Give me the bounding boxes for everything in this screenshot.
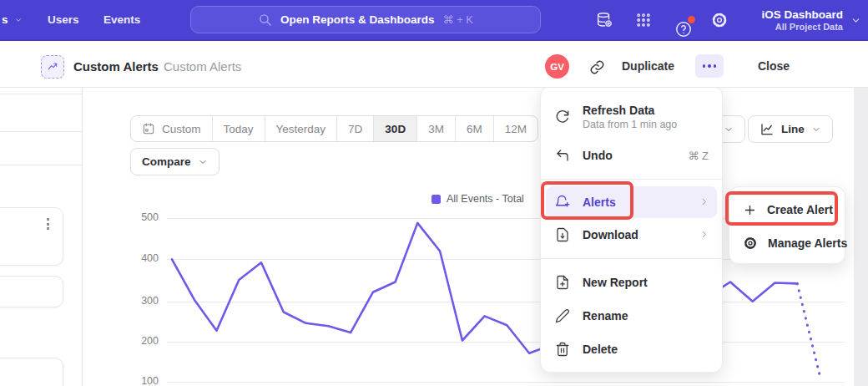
search-icon bbox=[258, 13, 272, 27]
chevron-right-icon bbox=[699, 196, 709, 209]
data-management-icon[interactable] bbox=[593, 9, 614, 30]
card-kebab-menu-icon[interactable] bbox=[47, 218, 49, 230]
more-options-button[interactable] bbox=[695, 54, 724, 78]
range-3m[interactable]: 3M bbox=[416, 116, 455, 141]
new-report-icon bbox=[554, 274, 571, 291]
gridline-300 bbox=[167, 302, 845, 302]
apps-grid-icon[interactable] bbox=[633, 9, 654, 30]
submenu-item-manage-alerts[interactable]: Manage Alerts bbox=[729, 226, 845, 260]
nav-item-users[interactable]: Users bbox=[48, 0, 79, 39]
chevron-down-icon bbox=[198, 157, 208, 167]
menu-item-delete[interactable]: Delete bbox=[541, 333, 722, 366]
y-axis-tick: 300 bbox=[124, 295, 159, 307]
menu-item-new-report[interactable]: New Report bbox=[541, 266, 722, 299]
menu-item-label: Rename bbox=[583, 309, 709, 323]
legend-item[interactable]: All Events - Total bbox=[431, 193, 524, 205]
menu-item-label: Undo bbox=[583, 149, 676, 162]
undo-icon bbox=[554, 147, 571, 164]
project-selector[interactable]: iOS Dashboard All Project Data bbox=[761, 0, 843, 39]
nav-item-events[interactable]: Events bbox=[103, 0, 140, 39]
range-today[interactable]: Today bbox=[212, 116, 265, 141]
submenu-item-create-alert[interactable]: Create Alert bbox=[729, 193, 845, 226]
chevron-down-icon bbox=[724, 124, 734, 135]
trash-icon bbox=[554, 341, 571, 358]
breadcrumb: Custom Alerts bbox=[164, 59, 241, 74]
nav-item-boards-fragment[interactable]: s bbox=[2, 0, 23, 39]
help-icon[interactable] bbox=[673, 18, 694, 39]
menu-item-undo[interactable]: Undo ⌘ Z bbox=[541, 139, 722, 172]
report-type-icon bbox=[41, 55, 64, 79]
compare-button[interactable]: Compare bbox=[130, 148, 220, 175]
page-gutter bbox=[854, 88, 868, 386]
menu-item-label: Refresh Data bbox=[583, 104, 709, 117]
report-card[interactable] bbox=[0, 358, 63, 386]
settings-gear-icon[interactable] bbox=[709, 9, 729, 30]
alerts-submenu: Create Alert Manage Alerts bbox=[729, 186, 845, 264]
pencil-icon bbox=[554, 307, 571, 324]
range-yesterday[interactable]: Yesterday bbox=[265, 116, 337, 141]
gridline-100 bbox=[167, 382, 845, 383]
menu-item-subtext: Data from 1 min ago bbox=[583, 119, 709, 130]
menu-item-refresh-data[interactable]: Refresh Data Data from 1 min ago bbox=[541, 95, 722, 139]
chevron-down-icon[interactable] bbox=[850, 14, 861, 29]
report-card[interactable] bbox=[0, 207, 63, 266]
project-name: iOS Dashboard bbox=[761, 8, 843, 21]
menu-item-alerts[interactable]: Alerts bbox=[546, 186, 717, 218]
plus-icon bbox=[743, 201, 757, 218]
shortcut-label: ⌘ Z bbox=[688, 150, 709, 162]
range-custom[interactable]: Custom bbox=[131, 116, 212, 141]
legend-label: All Events - Total bbox=[447, 193, 524, 205]
refresh-icon bbox=[554, 109, 571, 125]
top-navbar: s Users Events Open Reports & Dashboards… bbox=[0, 0, 868, 41]
menu-divider bbox=[541, 258, 722, 259]
menu-item-label: Alerts bbox=[583, 196, 688, 209]
chevron-down-icon bbox=[14, 16, 23, 24]
menu-item-label: Delete bbox=[583, 343, 709, 356]
report-card[interactable] bbox=[0, 276, 63, 307]
copy-link-icon[interactable] bbox=[586, 56, 608, 78]
menu-item-rename[interactable]: Rename bbox=[541, 299, 722, 333]
line-chart-icon bbox=[760, 122, 775, 137]
page-title: Custom Alerts bbox=[73, 59, 159, 74]
notification-dot bbox=[688, 16, 695, 23]
search-placeholder: Open Reports & Dashboards bbox=[280, 13, 435, 26]
menu-item-download[interactable]: Download bbox=[541, 218, 722, 251]
close-button[interactable]: Close bbox=[758, 59, 790, 73]
download-file-icon bbox=[554, 226, 571, 243]
range-12m[interactable]: 12M bbox=[493, 116, 537, 141]
gear-icon bbox=[743, 235, 758, 251]
gridline-200 bbox=[167, 342, 845, 343]
legend-swatch bbox=[431, 195, 441, 204]
menu-divider bbox=[541, 179, 722, 180]
left-sidebar bbox=[0, 88, 83, 386]
search-input[interactable]: Open Reports & Dashboards ⌘ + K bbox=[190, 6, 541, 33]
sidebar-divider bbox=[0, 165, 82, 165]
y-axis-tick: 100 bbox=[124, 375, 159, 386]
submenu-item-label: Create Alert bbox=[767, 203, 833, 216]
bell-plus-icon bbox=[554, 194, 571, 211]
sidebar-divider bbox=[0, 94, 82, 94]
range-30d-selected[interactable]: 30D bbox=[373, 116, 416, 141]
context-menu: Refresh Data Data from 1 min ago Undo ⌘ … bbox=[540, 86, 723, 373]
range-6m[interactable]: 6M bbox=[455, 116, 493, 141]
range-7d[interactable]: 7D bbox=[336, 116, 373, 141]
sidebar-divider bbox=[0, 131, 82, 132]
search-shortcut: ⌘ + K bbox=[443, 13, 474, 26]
menu-item-label: Download bbox=[583, 228, 688, 241]
y-axis-tick: 500 bbox=[124, 211, 159, 223]
y-axis-tick: 400 bbox=[124, 252, 159, 264]
date-range-control: Custom Today Yesterday 7D 30D 3M 6M 12M bbox=[130, 115, 538, 142]
app-window: 500 400 300 200 100 All Events - Total C… bbox=[0, 0, 868, 386]
duplicate-button[interactable]: Duplicate bbox=[622, 59, 674, 73]
menu-item-label: New Report bbox=[583, 276, 709, 289]
avatar[interactable]: GV bbox=[545, 54, 569, 79]
submenu-item-label: Manage Alerts bbox=[768, 236, 847, 250]
chevron-down-icon bbox=[811, 124, 821, 135]
y-axis-tick: 200 bbox=[124, 335, 159, 347]
calendar-icon bbox=[142, 122, 155, 135]
chevron-right-icon bbox=[699, 229, 709, 241]
chart-type-button[interactable]: Line bbox=[748, 115, 833, 143]
project-scope: All Project Data bbox=[775, 22, 843, 32]
